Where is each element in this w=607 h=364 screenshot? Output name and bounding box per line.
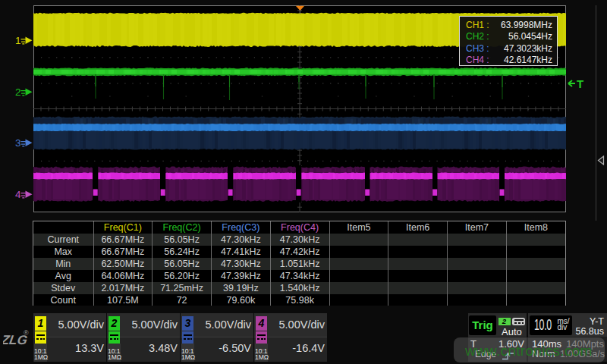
svg-text:®: ®	[24, 329, 29, 337]
svg-text:T: T	[577, 77, 583, 89]
svg-text:3: 3	[15, 137, 21, 149]
svg-text:1: 1	[15, 35, 21, 46]
svg-text:2: 2	[15, 86, 21, 98]
svg-text:4: 4	[15, 189, 21, 200]
